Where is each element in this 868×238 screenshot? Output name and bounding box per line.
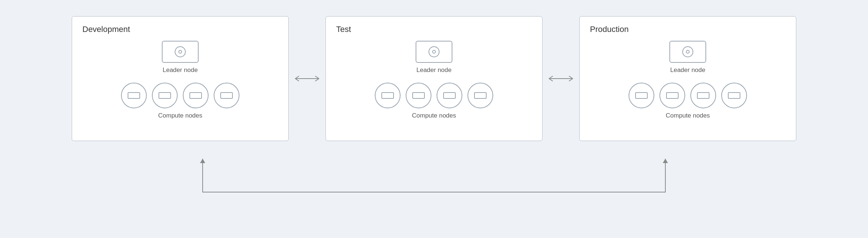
- bottom-arrow-right: [665, 159, 666, 192]
- arrow-test-production: [542, 74, 579, 83]
- compute-node-icon-2: [406, 83, 431, 108]
- env-content-development: Leader node Compute nodes: [82, 41, 278, 134]
- env-title-development: Development: [82, 25, 130, 34]
- compute-node-icon-2: [152, 83, 178, 108]
- compute-icon-inner: [128, 92, 140, 99]
- compute-icon-inner: [159, 92, 171, 99]
- leader-icon-dot: [178, 50, 182, 54]
- bottom-connector: [180, 148, 688, 192]
- compute-nodes-label-test: Compute nodes: [412, 112, 456, 119]
- leader-section-test: Leader node: [416, 41, 452, 74]
- environments-row: Development Leader node: [29, 16, 839, 141]
- leader-icon-dot: [686, 50, 690, 54]
- leader-node-label-development: Leader node: [163, 66, 198, 74]
- compute-nodes-label-development: Compute nodes: [158, 112, 202, 119]
- leader-node-label-test: Leader node: [416, 66, 451, 74]
- env-box-development: Development Leader node: [72, 16, 289, 141]
- arrow-dev-test: [289, 74, 326, 83]
- compute-icon-inner: [666, 92, 679, 99]
- compute-node-icon-3: [437, 83, 462, 108]
- leader-section-development: Leader node: [162, 41, 199, 74]
- leader-section-production: Leader node: [669, 41, 706, 74]
- compute-node-icon-3: [690, 83, 716, 108]
- bottom-arrow-left: [202, 159, 203, 192]
- bottom-line: [202, 192, 666, 192]
- compute-icon-inner: [189, 92, 202, 99]
- compute-node-icon-4: [467, 83, 493, 108]
- compute-section-production: Compute nodes: [629, 83, 747, 119]
- compute-node-icon-1: [629, 83, 654, 108]
- leader-node-icon-development: [162, 41, 199, 63]
- compute-icon-inner: [474, 92, 487, 99]
- compute-node-icon-1: [121, 83, 147, 108]
- compute-icons-row-production: [629, 83, 747, 108]
- compute-node-icon-1: [375, 83, 401, 108]
- env-title-test: Test: [336, 25, 351, 34]
- env-title-production: Production: [590, 25, 629, 34]
- compute-icon-inner: [220, 92, 233, 99]
- diagram-wrapper: Development Leader node: [29, 16, 839, 222]
- h-arrow-test-prod: [546, 74, 576, 83]
- compute-node-icon-2: [659, 83, 685, 108]
- h-arrow-dev-test: [292, 74, 322, 83]
- compute-icons-row-test: [375, 83, 493, 108]
- compute-icon-inner: [443, 92, 456, 99]
- compute-nodes-label-production: Compute nodes: [666, 112, 710, 119]
- leader-icon-dot: [432, 50, 436, 54]
- compute-icon-inner: [381, 92, 394, 99]
- leader-node-icon-test: [416, 41, 452, 63]
- leader-icon-circle: [428, 46, 440, 57]
- leader-node-icon-production: [669, 41, 706, 63]
- compute-icon-inner: [728, 92, 740, 99]
- leader-node-label-production: Leader node: [670, 66, 705, 74]
- compute-icons-row-development: [121, 83, 239, 108]
- compute-node-icon-3: [183, 83, 209, 108]
- compute-section-test: Compute nodes: [375, 83, 493, 119]
- compute-node-icon-4: [214, 83, 239, 108]
- env-box-test: Test Leader node: [326, 16, 542, 141]
- env-content-production: Leader node Compute nodes: [590, 41, 786, 134]
- env-content-test: Leader node Compute nodes: [336, 41, 532, 134]
- compute-node-icon-4: [721, 83, 747, 108]
- compute-icon-inner: [412, 92, 425, 99]
- compute-section-development: Compute nodes: [121, 83, 239, 119]
- compute-icon-inner: [697, 92, 709, 99]
- leader-icon-circle: [175, 46, 186, 57]
- env-box-production: Production Leader node: [579, 16, 796, 141]
- compute-icon-inner: [635, 92, 648, 99]
- leader-icon-circle: [682, 46, 693, 57]
